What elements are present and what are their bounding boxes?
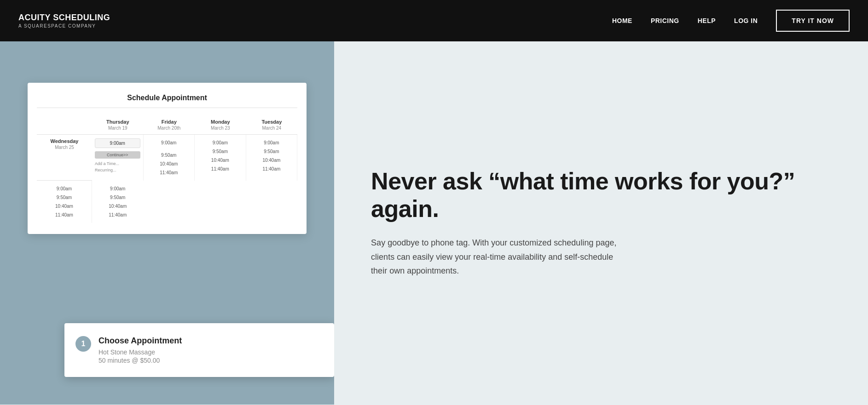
brand-logo[interactable]: ACUITY SCHEDULING A SQUARESPACE COMPANY bbox=[18, 13, 110, 29]
wednesday-slots: 9:00am 9:50am 10:40am 11:40am bbox=[92, 181, 144, 223]
try-it-now-button[interactable]: TRY IT NOW bbox=[776, 10, 850, 32]
choose-title: Choose Appointment bbox=[98, 336, 182, 346]
service-name: Hot Stone Massage bbox=[98, 348, 182, 356]
hero-illustration: Schedule Appointment Thursday March 19 F… bbox=[0, 41, 334, 405]
hero-section: Schedule Appointment Thursday March 19 F… bbox=[0, 41, 868, 405]
recurring-link[interactable]: Recurring... bbox=[95, 167, 140, 173]
hero-text-area: Never ask “what time works for you?” aga… bbox=[334, 41, 868, 405]
brand-title: ACUITY SCHEDULING bbox=[18, 13, 110, 23]
schedule-card-title: Schedule Appointment bbox=[37, 94, 297, 108]
col-tuesday: Tuesday March 24 bbox=[246, 115, 298, 135]
schedule-grid: Thursday March 19 Friday March 20th Mond… bbox=[37, 115, 297, 223]
home-link[interactable]: HOME bbox=[612, 17, 632, 24]
brand-subtitle: A SQUARESPACE COMPANY bbox=[18, 23, 110, 29]
nav-links: HOME PRICING HELP LOG IN TRY IT NOW bbox=[612, 10, 850, 32]
choose-content: Choose Appointment Hot Stone Massage 50 … bbox=[98, 336, 182, 364]
selected-time-slot[interactable]: 9:00am bbox=[95, 138, 140, 148]
hero-copy: Never ask “what time works for you?” aga… bbox=[371, 168, 831, 278]
step-number: 1 bbox=[75, 336, 91, 352]
add-time-link[interactable]: Add a Time... bbox=[95, 160, 140, 167]
hero-headline: Never ask “what time works for you?” aga… bbox=[371, 168, 831, 223]
navbar: ACUITY SCHEDULING A SQUARESPACE COMPANY … bbox=[0, 0, 868, 41]
service-details: 50 minutes @ $50.00 bbox=[98, 357, 182, 364]
col-thursday: Thursday March 19 bbox=[92, 115, 144, 135]
thursday-slots: 9:00am 9:50am 10:40am 11:40am bbox=[144, 135, 195, 181]
first-col-times: 9:00am Continue>> Add a Time... Recurrin… bbox=[92, 135, 144, 181]
schedule-appointment-card: Schedule Appointment Thursday March 19 F… bbox=[28, 83, 307, 234]
choose-appointment-card: 1 Choose Appointment Hot Stone Massage 5… bbox=[64, 323, 334, 377]
col-monday: Monday March 23 bbox=[195, 115, 246, 135]
friday-slots: 9:00am 9:50am 10:40am 11:40am bbox=[195, 135, 246, 181]
login-link[interactable]: LOG IN bbox=[734, 17, 758, 24]
hero-subtext: Say goodbye to phone tag. With your cust… bbox=[371, 236, 619, 278]
help-link[interactable]: HELP bbox=[698, 17, 716, 24]
tuesday-slots: 9:00am 9:50am 10:40am 11:40am bbox=[37, 181, 92, 223]
first-col-header bbox=[37, 115, 92, 135]
continue-button[interactable]: Continue>> bbox=[95, 151, 140, 159]
col-friday: Friday March 20th bbox=[144, 115, 195, 135]
col-wednesday: Wednesday March 25 bbox=[37, 135, 92, 181]
monday-slots: 9:00am 9:50am 10:40am 11:40am bbox=[246, 135, 298, 181]
pricing-link[interactable]: PRICING bbox=[651, 17, 679, 24]
